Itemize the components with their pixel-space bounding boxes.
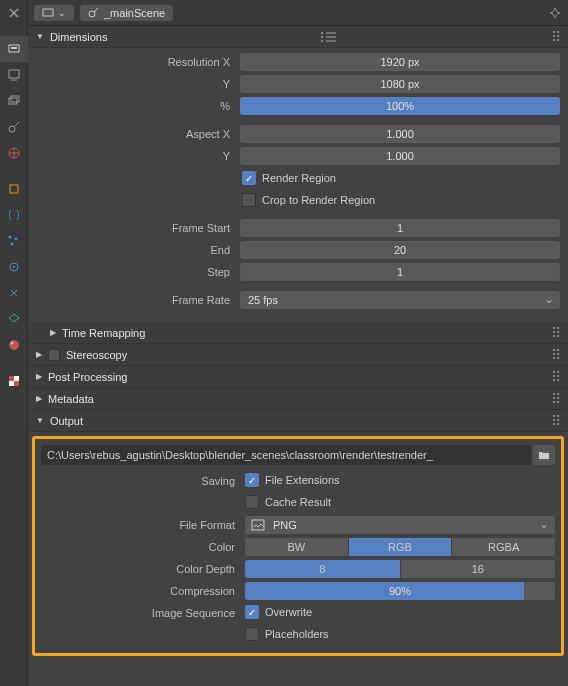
panel-time-remapping-header[interactable]: ▶ Time Remapping ⠿ <box>28 322 568 344</box>
material-tab-icon[interactable] <box>0 332 28 358</box>
panel-title: Metadata <box>48 393 94 405</box>
drag-handle-icon[interactable]: ⠿ <box>551 325 560 341</box>
overwrite-label: Overwrite <box>265 606 312 618</box>
depth-16-button[interactable]: 16 <box>401 560 556 578</box>
modifier-tab-icon[interactable] <box>0 202 28 228</box>
svg-point-5 <box>9 126 15 132</box>
disclosure-icon[interactable]: ▶ <box>50 328 56 337</box>
label: Resolution X <box>36 56 236 68</box>
color-rgba-button[interactable]: RGBA <box>452 538 555 556</box>
placeholders-label: Placeholders <box>265 628 329 640</box>
frame-rate-dropdown[interactable]: 25 fps <box>240 291 560 309</box>
svg-point-9 <box>15 238 18 241</box>
data-type-selector[interactable]: ⌄ <box>34 5 74 21</box>
header: ⌄ _mainScene <box>28 0 568 26</box>
label: Y <box>36 150 236 162</box>
physics-tab-icon[interactable] <box>0 254 28 280</box>
svg-rect-16 <box>14 376 19 381</box>
render-region-label: Render Region <box>262 172 336 184</box>
cache-result-checkbox[interactable] <box>245 495 259 509</box>
panel-output-header[interactable]: ▼ Output ⠿ <box>28 410 568 432</box>
panel-stereoscopy-header[interactable]: ▶ Stereoscopy ⠿ <box>28 344 568 366</box>
disclosure-icon[interactable]: ▶ <box>36 350 42 359</box>
panel-title: Output <box>50 415 83 427</box>
crop-region-checkbox[interactable] <box>242 193 256 207</box>
svg-point-10 <box>11 243 14 246</box>
disclosure-icon[interactable]: ▼ <box>36 32 44 41</box>
panel-metadata-header[interactable]: ▶ Metadata ⠿ <box>28 388 568 410</box>
disclosure-icon[interactable]: ▼ <box>36 416 44 425</box>
particles-tab-icon[interactable] <box>0 228 28 254</box>
panel-dimensions-body: Resolution X1920 px Y1080 px %100% Aspec… <box>28 48 568 322</box>
aspect-y-field[interactable]: 1.000 <box>240 147 560 165</box>
placeholders-checkbox[interactable] <box>245 627 259 641</box>
cache-result-label: Cache Result <box>265 496 331 508</box>
file-extensions-checkbox[interactable]: ✓ <box>245 473 259 487</box>
disclosure-icon[interactable]: ▶ <box>36 372 42 381</box>
panel-title: Post Processing <box>48 371 127 383</box>
svg-point-12 <box>13 266 15 268</box>
object-tab-icon[interactable] <box>0 176 28 202</box>
output-path-field[interactable]: C:\Users\rebus_agustin\Desktop\blender_s… <box>41 445 531 465</box>
svg-point-21 <box>321 31 323 33</box>
depth-8-button[interactable]: 8 <box>245 560 400 578</box>
label: Saving <box>41 475 241 487</box>
color-mode-segmented[interactable]: BW RGB RGBA <box>245 538 555 556</box>
data-tab-icon[interactable] <box>0 306 28 332</box>
frame-start-field[interactable]: 1 <box>240 219 560 237</box>
scene-tab-icon[interactable] <box>0 114 28 140</box>
drag-handle-icon[interactable]: ⠿ <box>551 391 560 407</box>
panel-dimensions-header[interactable]: ▼ Dimensions ⠿ <box>28 26 568 48</box>
texture-tab-icon[interactable] <box>0 368 28 394</box>
label: Y <box>36 78 236 90</box>
compression-slider[interactable]: 90% <box>245 582 555 600</box>
scene-name: _mainScene <box>104 7 165 19</box>
svg-rect-1 <box>11 47 17 49</box>
drag-handle-icon[interactable]: ⠿ <box>551 29 560 45</box>
scene-datablock[interactable]: _mainScene <box>80 5 173 21</box>
tool-tab-icon[interactable] <box>0 0 28 26</box>
label: Compression <box>41 585 241 597</box>
label: File Format <box>41 519 241 531</box>
resolution-pct-field[interactable]: 100% <box>240 97 560 115</box>
resolution-x-field[interactable]: 1920 px <box>240 53 560 71</box>
render-region-checkbox[interactable]: ✓ <box>242 171 256 185</box>
color-depth-segmented[interactable]: 8 16 <box>245 560 555 578</box>
aspect-x-field[interactable]: 1.000 <box>240 125 560 143</box>
crop-region-label: Crop to Render Region <box>262 194 375 206</box>
label: End <box>36 244 236 256</box>
viewlayer-tab-icon[interactable] <box>0 88 28 114</box>
svg-rect-24 <box>326 36 336 37</box>
frame-step-field[interactable]: 1 <box>240 263 560 281</box>
panel-title: Dimensions <box>50 31 107 43</box>
color-bw-button[interactable]: BW <box>245 538 348 556</box>
list-options-icon[interactable] <box>320 31 338 43</box>
label: Frame Rate <box>36 294 236 306</box>
svg-point-23 <box>321 35 323 37</box>
file-format-dropdown[interactable]: PNG <box>245 516 555 534</box>
stereoscopy-enable-checkbox[interactable] <box>48 349 60 361</box>
svg-rect-26 <box>326 40 336 41</box>
pin-icon[interactable] <box>548 6 562 20</box>
drag-handle-icon[interactable]: ⠿ <box>551 369 560 385</box>
svg-rect-18 <box>14 381 19 386</box>
drag-handle-icon[interactable]: ⠿ <box>551 347 560 363</box>
svg-point-25 <box>321 39 323 41</box>
frame-end-field[interactable]: 20 <box>240 241 560 259</box>
label: Color Depth <box>41 563 241 575</box>
drag-handle-icon[interactable]: ⠿ <box>551 413 560 429</box>
svg-point-13 <box>9 340 19 350</box>
world-tab-icon[interactable] <box>0 140 28 166</box>
svg-rect-2 <box>9 70 19 78</box>
output-tab-icon[interactable] <box>0 62 28 88</box>
disclosure-icon[interactable]: ▶ <box>36 394 42 403</box>
constraints-tab-icon[interactable] <box>0 280 28 306</box>
resolution-y-field[interactable]: 1080 px <box>240 75 560 93</box>
file-browser-button[interactable] <box>533 445 555 465</box>
render-tab-icon[interactable] <box>0 36 28 62</box>
overwrite-checkbox[interactable]: ✓ <box>245 605 259 619</box>
panel-title: Time Remapping <box>62 327 145 339</box>
color-rgb-button[interactable]: RGB <box>349 538 452 556</box>
properties-tabs[interactable] <box>0 0 28 686</box>
panel-post-processing-header[interactable]: ▶ Post Processing ⠿ <box>28 366 568 388</box>
